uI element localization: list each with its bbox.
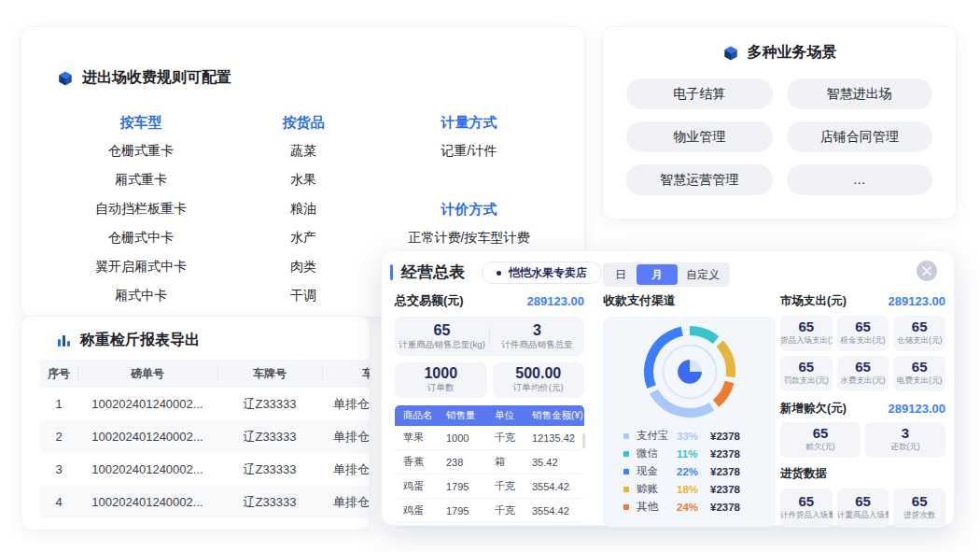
scenario-button-more[interactable]: … [787, 164, 933, 195]
fee-rules-title-row: 进出场收费规则可配置 [57, 68, 231, 88]
kpi-label: 订单均价(元) [493, 382, 585, 393]
kpi-value: 3 [490, 322, 584, 339]
scenario-buttons: 电子结算 智慧进出场 物业管理 店铺合同管理 智慧运营管理 … [626, 78, 932, 195]
kpi-weight-sales: 65 计重商品销售总量(kg) [395, 322, 489, 350]
fee-column-vehicle: 按车型 仓栅式重卡 厢式重卡 自动挡栏板重卡 仓栅式中卡 翼开启厢式中卡 厢式中… [48, 107, 234, 339]
scenario-button-shop-contract[interactable]: 店铺合同管理 [787, 121, 933, 152]
payment-title-row: 收款支付渠道 [603, 292, 776, 309]
legend-percent: 11% [677, 448, 710, 460]
scrollbar-thumb[interactable] [582, 433, 585, 448]
weigh-table-body: 1 100202401240002... 辽Z33333 单排仓 2 10020… [40, 388, 371, 518]
summary-right-column: 市场支出(元) 289123.00 65 货品入场支出(元) 65 租金支出(元… [780, 292, 945, 528]
kpi-label: 仓储支出(元) [893, 334, 945, 346]
kpi-value: 65 [893, 318, 945, 334]
col-header-plate: 车牌号 [217, 360, 322, 388]
weigh-table-header: 序号 磅单号 车牌号 车型 [40, 360, 371, 388]
cell-vehicle-type: 单排仓 [322, 429, 371, 446]
panel-weigh-report: 称重检斤报表导出 序号 磅单号 车牌号 车型 1 100202401240002… [21, 316, 371, 531]
kpi-repayment: 3 还款(元) [865, 422, 945, 458]
col-header-product: 商品名 [395, 409, 438, 422]
kpi-storage-expense: 65 仓储支出(元) [893, 316, 945, 351]
col-header-bill-no: 磅单号 [77, 360, 217, 388]
scenario-button-smart-ops[interactable]: 智慧运营管理 [626, 164, 773, 195]
cell-unit: 千克 [486, 503, 524, 517]
table-row: 4 100202401240002... 辽Z33333 单排仓 [40, 486, 371, 518]
legend-item-other: 其他 24% ¥2378 [623, 498, 776, 516]
col-header-qty: 销售量 [438, 409, 486, 422]
panel-scenarios: 多种业务场景 电子结算 智慧进出场 物业管理 店铺合同管理 智慧运营管理 … [602, 26, 957, 219]
scenario-button-property[interactable]: 物业管理 [626, 121, 773, 152]
cell-qty: 1795 [438, 481, 486, 492]
scenario-button-e-settlement[interactable]: 电子结算 [626, 78, 773, 109]
legend-label: 其他 [637, 500, 677, 514]
legend-swatch [623, 504, 629, 510]
kpi-piece-entry: 65 计件货品入场量 [780, 488, 833, 528]
legend-amount: ¥2378 [710, 502, 740, 513]
kpi-label: 赊欠(元) [780, 441, 861, 452]
cell-unit: 箱 [486, 455, 524, 469]
legend-item-alipay: 支付宝 33% ¥2378 [623, 427, 776, 445]
legend-label: 赊账 [637, 482, 677, 496]
tab-day[interactable]: 日 [605, 264, 637, 285]
scenario-button-smart-gate[interactable]: 智慧进出场 [787, 78, 933, 109]
kpi-label: 还款(元) [865, 441, 945, 452]
market-expense-value: 289123.00 [889, 294, 945, 308]
kpi-water-expense: 65 水费支出(元) [837, 356, 889, 391]
legend-label: 微信 [637, 446, 677, 460]
cube-icon [57, 70, 74, 87]
cell-bill-no: 100202401240002... [77, 462, 217, 476]
kpi-value: 65 [837, 359, 889, 375]
kpi-label: 租金支出(元) [837, 334, 889, 346]
legend-percent: 18% [677, 484, 710, 495]
app-canvas: 进出场收费规则可配置 按车型 仓栅式重卡 厢式重卡 自动挡栏板重卡 仓栅式中卡 … [0, 0, 980, 552]
cell-qty: 238 [438, 457, 486, 468]
kpi-orders: 1000 订单数 [395, 362, 487, 398]
legend-swatch [623, 433, 629, 439]
cell-plate: 辽Z33333 [217, 461, 322, 478]
cell-index: 1 [40, 397, 77, 411]
tab-month[interactable]: 月 [637, 264, 678, 285]
market-expense-row: 市场支出(元) 289123.00 [780, 292, 945, 309]
panel-title: 称重检斤报表导出 [80, 331, 200, 350]
list-item: 水产 [238, 223, 369, 252]
cell-unit: 千克 [486, 479, 524, 493]
tab-custom[interactable]: 自定义 [678, 264, 728, 285]
kpi-label: 订单数 [395, 382, 487, 393]
list-item: 肉类 [238, 252, 369, 281]
kpi-value: 65 [780, 425, 861, 441]
store-dot-icon [497, 271, 501, 276]
kpi-value: 65 [893, 493, 945, 509]
cell-amount: 35.42 [524, 457, 584, 468]
cell-vehicle-type: 单排仓 [322, 494, 371, 511]
close-button[interactable] [917, 261, 937, 281]
kpi-label: 计件商品销售总量 [490, 339, 584, 350]
cell-bill-no: 100202401240002... [77, 397, 217, 411]
kpi-label: 计重商品销售总量(kg) [395, 339, 489, 350]
list-item: 厢式重卡 [48, 165, 234, 194]
table-row: 3 100202401240002... 辽Z33333 单排仓 [40, 453, 371, 486]
legend-percent: 33% [677, 431, 710, 442]
kpi-goods-entry-expense: 65 货品入场支出(元) [780, 316, 833, 351]
legend-amount: ¥2378 [710, 448, 740, 460]
list-item: 蔬菜 [238, 136, 369, 165]
store-name: 恺恺水果专卖店 [509, 265, 587, 281]
kpi-electric-expense: 65 电费支出(元) [893, 356, 945, 391]
fee-column-goods: 按货品 蔬菜 水果 粮油 水产 肉类 干调 … [238, 107, 369, 339]
credit-value: 289123.00 [889, 402, 945, 416]
kpi-label: 电费支出(元) [893, 375, 945, 386]
legend-swatch [623, 487, 629, 492]
credit-label: 新增赊欠(元) [780, 401, 847, 417]
kpi-value: 65 [780, 318, 833, 334]
cell-vehicle-type: 单排仓 [322, 461, 371, 478]
kpi-credit-owed: 65 赊欠(元) [780, 422, 861, 458]
cell-plate: 辽Z33333 [217, 429, 322, 446]
store-selector[interactable]: 恺恺水果专卖店 [482, 262, 602, 284]
panel-business-summary: 经营总表 恺恺水果专卖店 日 月 自定义 总交易额(元) 289123.00 6… [381, 250, 955, 526]
kpi-value: 65 [780, 359, 833, 375]
market-expense-grid: 65 货品入场支出(元) 65 租金支出(元) 65 仓储支出(元) 65 罚款… [780, 316, 945, 391]
kpi-label: 计件货品入场量 [780, 509, 833, 520]
panel-title: 多种业务场景 [748, 43, 837, 63]
purchase-label: 进货数据 [780, 466, 827, 482]
kpi-value: 65 [837, 318, 889, 334]
col-header-vehicle-type: 车型 [322, 360, 371, 388]
